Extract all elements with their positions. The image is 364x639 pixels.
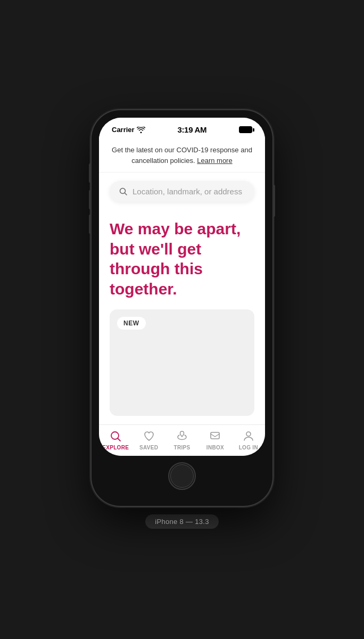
nav-item-inbox[interactable]: INBOX [198,429,231,450]
explore-label: EXPLORE [102,445,129,450]
card-badge: NEW [117,317,146,330]
home-button-area [99,456,265,498]
device-label: iPhone 8 — 13.3 [145,514,218,529]
carrier-text: Carrier [112,126,135,134]
saved-icon [142,429,156,443]
battery-icon [239,126,252,133]
nav-item-trips[interactable]: TRIPS [166,429,198,450]
main-content: We may be apart, but we'll get through t… [99,210,265,424]
login-icon [242,429,255,443]
trips-icon [175,429,189,443]
home-button[interactable] [168,462,196,490]
phone-screen: Carrier 3:19 AM Get the latest on our CO… [99,118,265,456]
search-input-placeholder: Location, landmark, or address [133,187,242,196]
svg-point-5 [246,432,251,436]
search-icon [119,187,127,195]
trips-label: TRIPS [174,445,191,450]
status-time: 3:19 AM [177,125,206,134]
home-button-inner [170,464,194,488]
nav-item-saved[interactable]: SAVED [132,429,165,450]
inbox-label: INBOX [206,445,224,450]
covid-banner: Get the latest on our COVID-19 response … [99,137,265,173]
svg-rect-4 [211,432,219,439]
phone-device: Carrier 3:19 AM Get the latest on our CO… [92,110,272,506]
nav-item-login[interactable]: LOG IN [232,429,265,450]
saved-label: SAVED [139,445,158,450]
wifi-icon [137,127,145,133]
login-label: LOG IN [239,445,258,450]
bottom-navigation: EXPLORE SAVED TRIPS [99,424,265,456]
battery-indicator [239,126,252,133]
status-bar: Carrier 3:19 AM [99,118,265,137]
headline-text: We may be apart, but we'll get through t… [110,219,254,299]
svg-line-1 [125,193,127,195]
nav-item-explore[interactable]: EXPLORE [99,429,132,450]
screen-content: Get the latest on our COVID-19 response … [99,137,265,424]
carrier-indicator: Carrier [112,126,145,134]
content-card[interactable]: NEW [110,309,254,416]
search-bar[interactable]: Location, landmark, or address [110,181,254,202]
inbox-icon [208,429,222,443]
learn-more-link[interactable]: Learn more [197,157,232,165]
svg-line-3 [118,439,121,441]
explore-icon [109,429,122,443]
search-section: Location, landmark, or address [99,173,265,210]
